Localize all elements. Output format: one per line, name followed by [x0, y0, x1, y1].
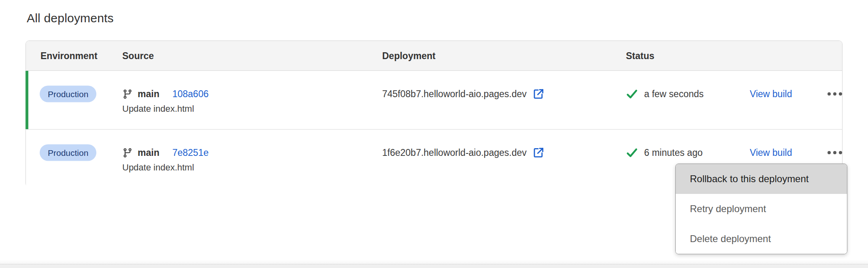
git-branch-icon — [122, 89, 133, 99]
table-row: Production main 108a606 Update index.htm… — [26, 71, 842, 129]
source-cell: main 108a606 — [122, 89, 208, 100]
commit-message: Update index.html — [122, 162, 194, 173]
menu-item-retry[interactable]: Retry deployment — [676, 194, 847, 224]
environment-cell: Production — [40, 145, 96, 161]
check-icon — [626, 88, 638, 100]
bottom-band — [0, 264, 868, 268]
environment-badge: Production — [40, 145, 96, 161]
status-time: a few seconds — [644, 89, 704, 100]
view-build-link[interactable]: View build — [750, 147, 792, 158]
deployment-cell: 745f08b7.helloworld-aio.pages.dev — [382, 88, 545, 100]
view-build-link[interactable]: View build — [750, 89, 792, 100]
ellipsis-icon — [828, 92, 831, 96]
environment-cell: Production — [40, 86, 96, 102]
status-cell: a few seconds — [626, 88, 704, 100]
column-header-source: Source — [122, 50, 154, 61]
ellipsis-icon — [828, 151, 831, 154]
external-link-icon[interactable] — [532, 88, 545, 100]
external-link-icon[interactable] — [532, 147, 545, 159]
source-cell: main 7e8251e — [122, 147, 208, 158]
deployment-cell: 1f6e20b7.helloworld-aio.pages.dev — [382, 147, 545, 159]
branch-name: main — [138, 147, 160, 158]
deployment-context-menu: Rollback to this deployment Retry deploy… — [675, 164, 847, 254]
commit-link[interactable]: 108a606 — [172, 89, 209, 100]
more-actions-button[interactable] — [826, 147, 844, 158]
branch-name: main — [138, 89, 160, 100]
more-actions-cell — [826, 88, 844, 100]
environment-badge: Production — [40, 86, 96, 102]
deployment-url: 1f6e20b7.helloworld-aio.pages.dev — [382, 147, 527, 158]
menu-item-delete[interactable]: Delete deployment — [676, 224, 847, 254]
status-time: 6 minutes ago — [644, 147, 702, 158]
commit-message: Update index.html — [122, 104, 194, 114]
page-title: All deployments — [27, 11, 114, 25]
table-header-row: Environment Source Deployment Status — [26, 41, 842, 71]
check-icon — [626, 147, 638, 159]
more-actions-button[interactable] — [826, 88, 844, 100]
bottom-fade — [0, 259, 868, 264]
view-build-cell: View build — [750, 89, 792, 100]
view-build-cell: View build — [750, 147, 792, 158]
column-header-environment: Environment — [40, 50, 98, 61]
git-branch-icon — [122, 147, 133, 158]
deployment-url: 745f08b7.helloworld-aio.pages.dev — [382, 89, 527, 100]
column-header-deployment: Deployment — [382, 50, 436, 61]
menu-item-rollback[interactable]: Rollback to this deployment — [676, 164, 847, 194]
commit-link[interactable]: 7e8251e — [172, 147, 209, 158]
more-actions-cell — [826, 147, 844, 158]
deployments-page: All deployments Environment Source Deplo… — [0, 0, 868, 268]
column-header-status: Status — [626, 50, 654, 61]
status-cell: 6 minutes ago — [626, 147, 702, 159]
